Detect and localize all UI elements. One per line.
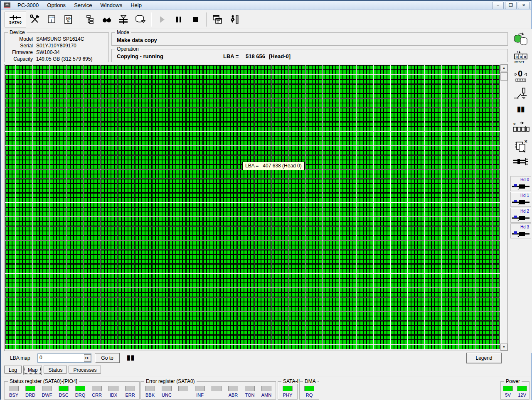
head-icon [512,199,530,206]
menu-item-help[interactable]: Help [126,1,146,9]
minimize-button[interactable]: – [492,2,504,9]
head-button-0[interactable]: Hd 0 [510,176,531,191]
recalibrate-tool[interactable]: 0 [509,68,532,83]
map-controls-bar: LBA map 0 D↓ Go to ▮▮ Legend [4,352,508,365]
sector-map-panel: LBA = 407 638 (Head 0) ▲ ▼ [4,64,508,351]
goto-button[interactable]: Go to [95,353,120,363]
menu-item-options[interactable]: Options [43,1,70,9]
svg-text:0: 0 [518,69,522,78]
menu-bar: PC-3000OptionsServiceWindowsHelp – ❐ × [1,1,531,10]
led-label: AMN [261,393,271,398]
DSC-led [59,386,69,391]
legend-button[interactable]: Legend [466,353,502,363]
menu-item-pc-3000[interactable]: PC-3000 [13,1,43,9]
device-field-label: Model [6,36,33,42]
lba-map-input[interactable]: 0 [37,353,91,363]
map-scrollbar[interactable]: ▲ ▼ [500,64,507,351]
dma-title: DMA [303,378,318,384]
exit-icon [229,15,239,25]
scroll-thumb[interactable] [500,72,507,81]
DWF-led [42,386,52,391]
led-indicator: INF [192,386,208,398]
led-label: ERR [125,393,135,398]
filter-button[interactable] [116,12,131,27]
device-fields: ModelSAMSUNG SP1614CSerialS01YJ10Y809170… [6,36,92,62]
scroll-up-button[interactable]: ▲ [500,64,507,71]
counter-step-tool[interactable]: ✕ [509,121,532,135]
play-icon [158,15,166,24]
svg-text:1: 1 [517,50,519,54]
head-icon [512,215,530,221]
map-pause-indicator: ▮▮ [127,353,135,361]
bus-config-tool[interactable] [509,157,532,167]
menu-item-windows[interactable]: Windows [96,1,126,9]
power-title: Power [504,378,522,384]
bus-icon [512,157,529,167]
sector-map-grid[interactable] [5,65,500,349]
led-indicator: AMN [258,386,275,398]
pause-tool[interactable]: ▮▮ [509,105,532,113]
app-icon[interactable] [3,2,11,8]
drive-info-button[interactable]: 0110 i [44,12,59,27]
reset-label: RESET [515,61,525,64]
head-button-3[interactable]: Hd 3 [510,223,531,238]
sata0-port-button[interactable]: SATA0 [5,12,26,27]
head-button-2[interactable]: Hd 2 [510,208,531,223]
led-label: DRD [25,393,35,398]
copy-disk-tool[interactable] [509,32,532,47]
clear-copies-tool[interactable]: ✕ [509,140,532,155]
device-field-value: SW100-34 [36,49,92,55]
error-register-box: Error register (SATA0) BBKUNCINFABRTONAM… [140,381,276,400]
close-button[interactable]: × [518,2,530,9]
led-indicator [175,386,192,398]
mode-panel-title: Mode [115,29,131,35]
tab-log[interactable]: Log [4,366,22,374]
scroll-down-button[interactable]: ▼ [500,344,507,351]
structure-button[interactable] [82,12,98,27]
counter-step-icon: ✕ [512,121,530,135]
sata0-label: SATA0 [9,20,22,25]
led-indicator: 12V [515,386,529,398]
lba-dropdown-button[interactable]: D↓ [84,354,91,362]
head-button-label: Hd 0 [520,177,529,182]
operation-lba-label: LBA = [223,53,239,59]
stop-button[interactable] [187,12,203,27]
exit-button[interactable] [226,12,242,27]
UNC-led [162,386,172,391]
IDX-led [108,386,118,391]
tab-status[interactable]: Status [44,366,67,374]
start-button[interactable] [154,12,170,27]
device-field-value: 149.05 GB (312 579 695) [36,56,92,62]
ERR-led [125,386,135,391]
window-frame: PC-3000OptionsServiceWindowsHelp – ❐ × S… [0,0,532,400]
windows-list-button[interactable] [209,12,225,27]
reset-counter-icon: 1 0 0 0 RESET [512,50,529,65]
search-button[interactable] [99,12,115,27]
lba-tooltip: LBA = 407 638 (Head 0) [242,162,305,170]
dma-leds: RQ [301,386,318,398]
task-progress-button[interactable]: 100 % [60,12,76,27]
sata2-leds: PHY [279,386,296,398]
utility-tools-button[interactable] [27,12,43,27]
tab-map[interactable]: Map [23,366,42,375]
recalibrate-icon: 0 [512,68,529,83]
unlabeled-led [178,386,188,391]
led-indicator: BSY [5,386,22,398]
AMN-led [261,386,271,391]
reset-counter-tool[interactable]: 1 0 0 0 RESET [509,50,532,65]
power-switch-tool[interactable] [509,86,532,101]
led-label: CRR [92,393,102,398]
svg-text:%: % [67,20,70,23]
data-copy-button[interactable] [132,12,148,27]
mode-value: Make data copy [117,37,157,43]
tab-processes[interactable]: Processes [69,366,101,374]
CRR-led [92,386,102,391]
menu-item-service[interactable]: Service [70,1,96,9]
toolbar-separator [79,12,79,27]
head-button-1[interactable]: Hd 1 [510,192,531,207]
pause-button[interactable] [171,12,187,27]
restore-button[interactable]: ❐ [505,2,517,9]
led-indicator: ABR [225,386,241,398]
svg-text:✕: ✕ [524,140,527,144]
operation-panel: Operation Copying - running LBA = 518 65… [111,49,508,62]
